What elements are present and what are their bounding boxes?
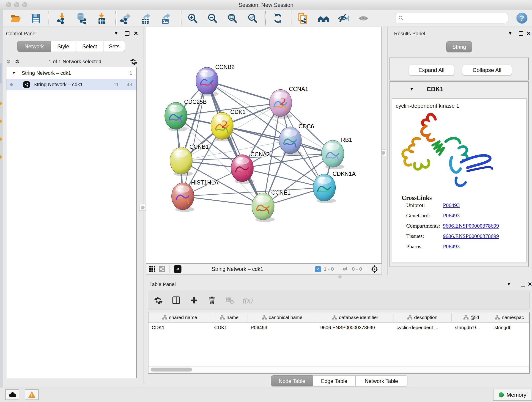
collapse-all-chevron-icon[interactable]	[6, 59, 12, 65]
tab-sets[interactable]: Sets	[104, 41, 125, 52]
tab-string[interactable]: String	[446, 41, 472, 52]
network-node[interactable]: RB1	[322, 137, 352, 169]
hide-selected-button[interactable]	[337, 12, 350, 25]
column-header-name[interactable]: name	[211, 313, 247, 322]
tab-edge-table[interactable]: Edge Table	[313, 375, 355, 386]
column-header--id[interactable]: @id	[452, 313, 491, 322]
control-panel-close-icon[interactable]: ✕	[133, 31, 138, 36]
table-panel-float-icon[interactable]	[521, 282, 525, 287]
crosslink-link[interactable]: 9606.ENSP00000378699	[443, 233, 499, 239]
network-canvas[interactable]: CCNB2CCNA1CDC25BCDK1CDC6RB1CCNB1CCNA2CDK…	[146, 27, 382, 264]
node-label: CCNB2	[215, 64, 234, 70]
collection-expand-triangle[interactable]: ▼	[12, 71, 16, 75]
zoom-out-button[interactable]	[206, 12, 219, 25]
selected-checkbox-icon[interactable]: ✓	[315, 266, 321, 272]
network-edge[interactable]	[222, 126, 333, 154]
control-panel-float-icon[interactable]	[125, 31, 129, 36]
gene-collapse-triangle[interactable]: ▼	[410, 87, 414, 92]
tab-select[interactable]: Select	[76, 41, 104, 52]
background-dot	[0, 138, 2, 141]
eye-slash-icon	[337, 12, 349, 24]
save-session-button[interactable]	[30, 12, 42, 25]
crosshair-icon[interactable]	[370, 265, 379, 273]
gene-section-header[interactable]: ▼ CDK1	[390, 82, 528, 96]
crosslink-link[interactable]: P06493	[443, 202, 460, 208]
table-row[interactable]: CDK1CDK1P064939606.ENSP00000378699cyclin…	[148, 323, 529, 333]
table-panel-collapse-icon[interactable]: ▼	[507, 281, 511, 287]
delete-table-icon[interactable]	[225, 295, 235, 305]
network-node[interactable]: CDC6	[279, 123, 314, 156]
warning-status-button[interactable]	[25, 389, 39, 400]
gear-icon[interactable]	[153, 295, 163, 305]
horizontal-scrollbar[interactable]	[149, 366, 529, 373]
import-network-file-button[interactable]	[56, 12, 69, 25]
hidden-eye-icon[interactable]	[342, 266, 349, 273]
network-node[interactable]: CCNB2	[196, 64, 234, 96]
show-all-button[interactable]	[357, 12, 370, 25]
tab-node-table[interactable]: Node Table	[271, 375, 313, 386]
left-splitter-knob[interactable]	[139, 204, 146, 211]
network-row[interactable]: String Network – cdk1 11 48	[6, 79, 136, 90]
column-header-database-identifier[interactable]: database identifier	[317, 313, 393, 322]
export-image-button[interactable]	[159, 12, 172, 25]
control-panel-collapse-icon[interactable]: ▼	[114, 31, 119, 36]
import-network-database-button[interactable]	[75, 12, 88, 25]
expand-all-chevron-icon[interactable]	[14, 59, 20, 65]
network-node[interactable]: CCNA1	[269, 86, 308, 119]
results-panel-title: Results Panel	[394, 31, 425, 37]
network-node[interactable]: CDKN1A	[313, 171, 356, 203]
crosslink-link[interactable]: P06493	[443, 212, 460, 219]
export-table-button[interactable]	[139, 12, 152, 25]
network-edge[interactable]	[207, 81, 263, 206]
delete-column-icon[interactable]	[207, 295, 217, 305]
share-view-icon[interactable]	[159, 266, 165, 272]
memory-button[interactable]: Memory	[493, 389, 532, 401]
results-panel-float-icon[interactable]	[519, 31, 523, 36]
expand-all-button[interactable]: Expand All	[409, 65, 454, 76]
gear-icon[interactable]	[130, 58, 138, 65]
help-button[interactable]: ?	[516, 13, 527, 24]
search-field[interactable]	[395, 13, 508, 23]
results-panel-close-icon[interactable]: ✕	[526, 31, 531, 36]
network-edge[interactable]	[183, 196, 263, 206]
zoom-fit-button[interactable]	[226, 12, 239, 25]
function-builder-icon[interactable]: f(x)	[243, 296, 253, 305]
tab-style[interactable]: Style	[51, 41, 76, 52]
birdseye-view-icon[interactable]	[174, 265, 181, 273]
column-header-shared-name[interactable]: shared name	[148, 313, 211, 322]
add-column-icon[interactable]	[189, 295, 199, 305]
collapse-all-button[interactable]: Collapse All	[462, 65, 512, 76]
grid-view-icon[interactable]	[149, 265, 156, 273]
crosslink-link[interactable]: 9606.ENSP00000378699	[443, 223, 499, 229]
show-columns-icon[interactable]	[171, 295, 181, 305]
tab-network[interactable]: Network	[17, 41, 51, 52]
eye-icon	[357, 12, 369, 24]
cloud-status-button[interactable]	[5, 389, 19, 400]
open-session-button[interactable]	[9, 12, 22, 25]
refresh-view-button[interactable]	[272, 12, 284, 25]
tab-network-table[interactable]: Network Table	[355, 375, 407, 386]
import-table-file-button[interactable]	[95, 12, 108, 25]
column-header-namespac[interactable]: namespac	[491, 313, 528, 322]
crosslink-link[interactable]: P06493	[443, 243, 460, 249]
table-panel-close-icon[interactable]: ✕	[528, 282, 532, 287]
zoom-in-button[interactable]	[186, 12, 199, 25]
export-network-button[interactable]	[119, 12, 132, 25]
show-hide-graphics-button[interactable]	[317, 12, 330, 25]
cloud-icon	[8, 391, 17, 398]
new-network-from-selection-button[interactable]	[297, 12, 310, 25]
results-panel-collapse-icon[interactable]: ▼	[508, 31, 513, 36]
background-window-strip	[0, 10, 3, 402]
network-edge[interactable]	[207, 81, 280, 103]
network-collection-row[interactable]: ▼ String Network – cdk1 1	[6, 67, 136, 79]
scrollbar-thumb[interactable]	[151, 368, 192, 371]
table-toolbar: f(x)	[148, 291, 530, 310]
node-table: shared namenamecanonical namedatabase id…	[148, 312, 530, 374]
search-input[interactable]	[404, 15, 508, 21]
bottom-splitter-knob[interactable]	[338, 275, 342, 279]
network-node[interactable]: CDC25B	[165, 99, 207, 131]
column-header-description[interactable]: description	[393, 313, 452, 322]
toolbar-separator	[265, 11, 266, 26]
column-header-canonical-name[interactable]: canonical name	[247, 313, 317, 322]
zoom-selected-button[interactable]	[246, 12, 259, 25]
